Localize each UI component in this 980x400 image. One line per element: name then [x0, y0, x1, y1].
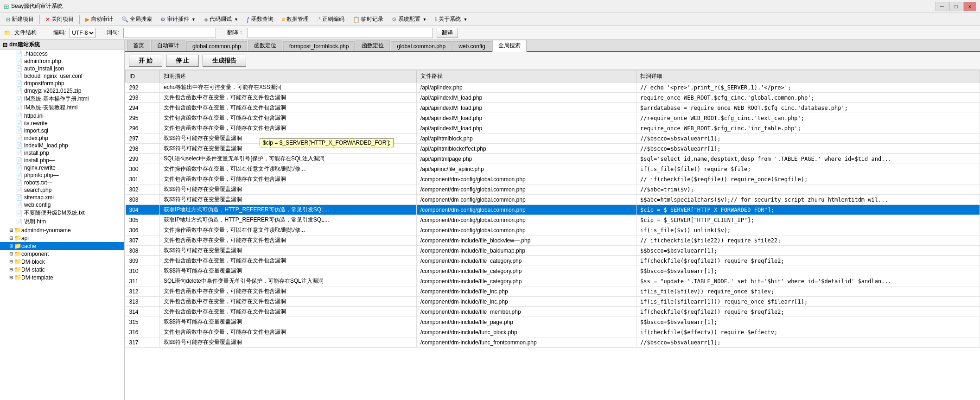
tab-global-common-php[interactable]: global.common.php	[391, 41, 452, 51]
minimize-button[interactable]: ─	[935, 2, 948, 11]
folder-item-DM-template[interactable]: ⊟📁DM-template	[0, 273, 124, 281]
col-header-desc: 扫洞描述	[160, 70, 417, 83]
table-row[interactable]: 312文件包含函数中存在变量，可能存在文件包含漏洞/component/dm-i…	[126, 286, 980, 297]
file-item-adminfrom.php[interactable]: 📄adminfrom.php	[0, 57, 124, 65]
menu-sys-config[interactable]: ⚙ 系统配置 ▼	[388, 14, 431, 24]
file-item-search.php[interactable]: 📄search.php	[0, 186, 124, 194]
cell-detail: // if(checkfile($reqfile)) require_once(…	[636, 174, 980, 184]
cell-path: /component/dm-include/func_block.php	[416, 327, 636, 337]
tab-自动审计[interactable]: 自动审计	[151, 40, 185, 51]
cell-path: /api/apihtmlpage.php	[416, 154, 636, 164]
table-row[interactable]: 303双$$符号可能存在变量覆盖漏洞/component/dm-config/g…	[126, 195, 980, 205]
file-item-sitemap.xml[interactable]: 📄sitemap.xml	[0, 194, 124, 201]
action-btn-1[interactable]: 停 止	[166, 55, 199, 67]
menu-code-debug[interactable]: ◈ 代码调试 ▼	[200, 14, 242, 24]
menu-global-search[interactable]: 🔍 全局搜索	[118, 14, 156, 24]
cell-detail: require_once WEB_ROOT.$cfg_cinc.'inc_tab…	[636, 123, 980, 133]
table-row[interactable]: 298双$$符号可能存在变量覆盖漏洞/api/apihtmlblockeffec…	[126, 144, 980, 154]
file-item-不要随便升级DM系统.txt[interactable]: 📄不要随便升级DM系统.txt	[0, 209, 124, 217]
cell-path: /component/dm-include/file_inc.php	[416, 297, 636, 307]
table-row[interactable]: 301文件包含函数中存在变量，可能存在文件包含漏洞/component/dm-c…	[126, 174, 980, 184]
action-bar: 开 始停 止生成报告	[125, 52, 980, 70]
file-item-nginx.rewrite[interactable]: 📄nginx.rewrite	[0, 164, 124, 171]
table-row[interactable]: 294文件包含函数中存在变量，可能存在文件包含漏洞/api/apiindexIM…	[126, 103, 980, 113]
menu-regex[interactable]: .* 正则编码	[313, 14, 348, 24]
file-item-index.php[interactable]: 📄index.php	[0, 134, 124, 142]
file-item-auto_install.json[interactable]: 📄auto_install.json	[0, 65, 124, 72]
table-row[interactable]: 304获取IP地址方式可伪造，HTTP_REFERER可伪造，常见引发SQL..…	[126, 205, 980, 215]
folder-item-api[interactable]: ⊟📁api	[0, 234, 124, 242]
file-item-import.sql[interactable]: 📄import.sql	[0, 127, 124, 134]
file-item-说明.htm[interactable]: 📄说明.htm	[0, 217, 124, 226]
menu-auto-audit[interactable]: ▶ 自动审计	[82, 14, 117, 24]
table-row[interactable]: 302双$$符号可能存在变量覆盖漏洞/component/dm-config/g…	[126, 184, 980, 195]
table-row[interactable]: 305获取IP地址方式可伪造，HTTP_REFERER可伪造，常见引发SQL..…	[126, 215, 980, 225]
file-item-web.config[interactable]: 📄web.config	[0, 201, 124, 209]
tab-global-common-php[interactable]: global.common.php	[186, 41, 247, 51]
word-input[interactable]	[123, 28, 216, 38]
table-row[interactable]: 308双$$符号可能存在变量覆盖漏洞/component/dm-include/…	[126, 246, 980, 256]
folder-item-DM-block[interactable]: ⊟📁DM-block	[0, 258, 124, 266]
translate-button[interactable]: 翻译	[437, 28, 458, 38]
table-row[interactable]: 307文件包含函数中存在变量，可能存在文件包含漏洞/component/dm-i…	[126, 235, 980, 246]
menu-close-project[interactable]: ✕ 关闭项目	[42, 14, 77, 24]
table-row[interactable]: 292echo等输出中存在可控变量，可能存在XSS漏洞/api/apiindex…	[126, 83, 980, 93]
folder-item-admindm-yourname[interactable]: ⊟📁admindm-yourname	[0, 226, 124, 234]
maximize-button[interactable]: □	[949, 2, 962, 11]
folder-item-cache[interactable]: ⊞📁cache	[0, 242, 124, 250]
file-item-phpinfo.php—[interactable]: 📄phpinfo.php—	[0, 171, 124, 179]
menu-data-manage[interactable]: ≡ 数据管理	[278, 14, 312, 24]
file-item-.htaccess[interactable]: 📄.htaccess	[0, 50, 124, 57]
tab-formpost_formblock-php[interactable]: formpost_formblock.php	[283, 41, 355, 51]
table-row[interactable]: 317双$$符号可能存在变量覆盖漏洞/component/dm-include/…	[126, 337, 980, 348]
menu-temp-record[interactable]: 📋 临时记录	[349, 14, 387, 24]
translate-input[interactable]	[248, 28, 433, 38]
cell-detail: $$bscco=$bsvaluearr[1];	[636, 246, 980, 256]
menu-about[interactable]: ℹ 关于系统 ▼	[431, 14, 471, 24]
file-item-indexIM_load.php[interactable]: 📄indexIM_load.php	[0, 142, 124, 149]
cell-detail: if(is_file($filearr[1])) require_once $f…	[636, 297, 980, 307]
tab-全局搜索[interactable]: 全局搜索	[492, 40, 527, 52]
action-btn-2[interactable]: 生成报告	[203, 55, 246, 67]
table-row[interactable]: 310双$$符号可能存在变量覆盖漏洞/component/dm-include/…	[126, 266, 980, 276]
file-item-dmpostform.php[interactable]: 📄dmpostform.php	[0, 80, 124, 87]
menu-new-project[interactable]: ⊞ 新建项目	[2, 14, 38, 24]
file-item-bcloud_nginx_user.conf[interactable]: 📄bcloud_nginx_user.conf	[0, 72, 124, 80]
table-row[interactable]: 299SQL语句select中条件变量无单引号[保护，可能存在SQL注入漏洞/a…	[126, 154, 980, 164]
file-item-iis.rewrite[interactable]: 📄iis.rewrite	[0, 120, 124, 127]
table-row[interactable]: 311SQL语句delete中条件变量无单引号保护，可能存在SQL注入漏洞/co…	[126, 276, 980, 286]
file-item-httpd.ini[interactable]: 📄httpd.ini	[0, 112, 124, 120]
table-container[interactable]: ID 扫洞描述 文件路径 扫洞详细 292echo等输出中存在可控变量，可能存在…	[125, 70, 980, 400]
tab-函数定位[interactable]: 函数定位	[356, 40, 390, 51]
table-row[interactable]: 314文件包含函数中存在变量，可能存在文件包含漏洞/component/dm-i…	[126, 307, 980, 317]
menu-audit-plugin[interactable]: ⚙ 审计插件 ▼	[157, 14, 199, 24]
table-row[interactable]: 297双$$符号可能存在变量覆盖漏洞/api/apihtmlblock.php/…	[126, 133, 980, 144]
col-header-id: ID	[126, 70, 160, 83]
file-item-IM系统-安装教程.html[interactable]: 📄IM系统-安装教程.html	[0, 103, 124, 112]
table-row[interactable]: 300文件操作函数中存在变量，可以在任意文件读取/删除/修.../api/api…	[126, 164, 980, 174]
action-btn-0[interactable]: 开 始	[129, 55, 162, 67]
folder-item-DM-static[interactable]: ⊟📁DM-static	[0, 266, 124, 273]
file-item-robots.txt—[interactable]: 📄robots.txt—	[0, 179, 124, 186]
table-row[interactable]: 306文件操作函数中存在变量，可以在任意文件读取/删除/修.../compone…	[126, 225, 980, 235]
encoding-select[interactable]: UTF-8 GBK	[70, 28, 95, 38]
close-button[interactable]: ×	[963, 2, 976, 11]
menu-func-query[interactable]: ƒ 函数查询	[243, 14, 277, 24]
encoding-label: 编码:	[53, 29, 66, 37]
folder-item-component[interactable]: ⊟📁component	[0, 250, 124, 258]
file-item-install.php—[interactable]: 📄install.php—	[0, 157, 124, 164]
table-row[interactable]: 293文件包含函数中存在变量，可能存在文件包含漏洞/api/apiindexIM…	[126, 93, 980, 103]
file-item-dmqyjz-v2021.0125.zip[interactable]: 📄dmqyjz-v2021.0125.zip	[0, 87, 124, 95]
table-row[interactable]: 296文件包含函数中存在变量，可能存在文件包含漏洞/api/apiindexIM…	[126, 123, 980, 133]
table-row[interactable]: 309文件包含函数中存在变量，可能存在文件包含漏洞/component/dm-i…	[126, 256, 980, 266]
tab-函数定位[interactable]: 函数定位	[248, 40, 282, 51]
tab-首页[interactable]: 首页	[127, 40, 150, 51]
cell-id: 297	[126, 133, 160, 144]
file-item-install.php[interactable]: 📄install.php	[0, 149, 124, 157]
tab-web-config[interactable]: web.config	[452, 41, 491, 51]
file-item-IM系统-基本操作手册.html[interactable]: 📄IM系统-基本操作手册.html	[0, 95, 124, 103]
table-row[interactable]: 316文件包含函数中存在变量，可能存在文件包含漏洞/component/dm-i…	[126, 327, 980, 337]
table-row[interactable]: 313文件包含函数中存在变量，可能存在文件包含漏洞/component/dm-i…	[126, 297, 980, 307]
table-row[interactable]: 315双$$符号可能存在变量覆盖漏洞/component/dm-include/…	[126, 317, 980, 327]
table-row[interactable]: 295文件包含函数中存在变量，可能存在文件包含漏洞/api/apiindexIM…	[126, 113, 980, 123]
